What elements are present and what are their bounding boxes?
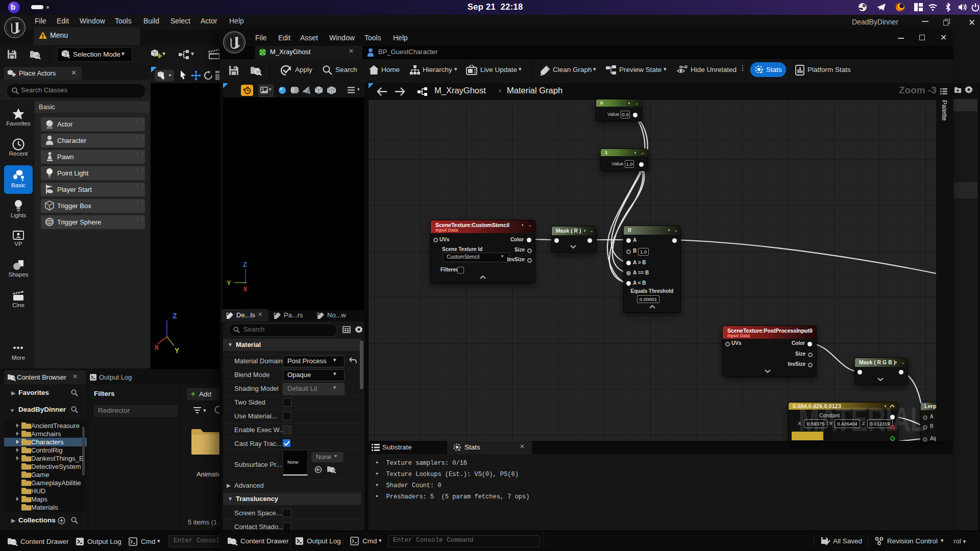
svg-text:i: i [761,70,762,74]
svg-text:DetectiveSystem: DetectiveSystem [31,463,81,470]
svg-text:Game: Game [31,471,49,479]
svg-text:X: X [154,343,159,352]
svg-text:Y: Y [227,279,231,287]
svg-text:X: X [243,285,248,293]
svg-text:HUD: HUD [31,487,45,495]
svg-text:GameplayAbilitie: GameplayAbilitie [31,479,81,487]
svg-text:Y: Y [175,346,180,355]
svg-text:i: i [459,447,460,452]
svg-text:DankestThings_E: DankestThings_E [31,455,84,462]
svg-text:ControlRig: ControlRig [31,446,62,454]
svg-text:Characters: Characters [31,438,64,446]
svg-text:Armchairs: Armchairs [31,430,61,438]
svg-text:AncientTreasure: AncientTreasure [31,422,80,430]
svg-text:Maps: Maps [31,495,47,503]
svg-text:Materials: Materials [31,504,58,511]
svg-text:Z: Z [243,261,247,268]
svg-text:Z: Z [173,312,177,320]
